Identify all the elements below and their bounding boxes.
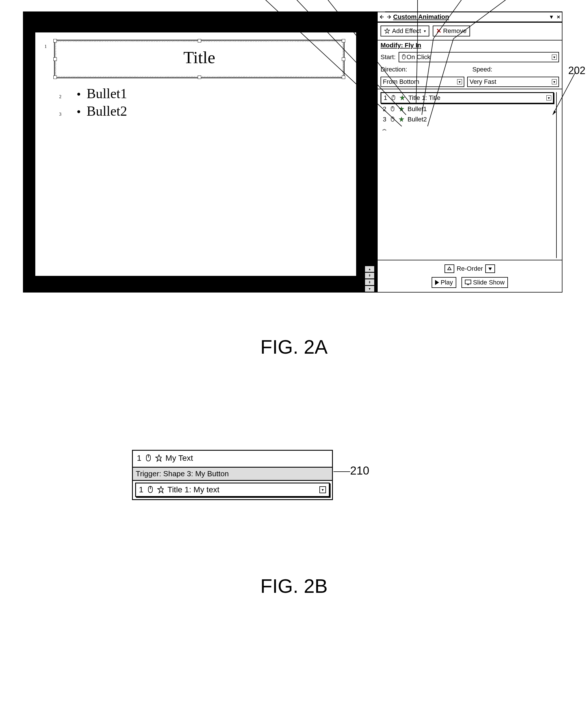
remove-button[interactable]: ✕ Remove bbox=[433, 25, 470, 37]
effect-star-icon bbox=[399, 95, 405, 101]
svg-rect-23 bbox=[465, 280, 471, 284]
animation-seq: 1 bbox=[383, 94, 388, 102]
effect-star-icon bbox=[157, 487, 164, 493]
start-combo[interactable]: On Click ▾ bbox=[399, 52, 559, 62]
svg-marker-26 bbox=[155, 455, 162, 461]
start-value: On Click bbox=[407, 54, 430, 61]
callout-202-arrow bbox=[553, 69, 587, 126]
callout-210-line bbox=[333, 471, 350, 472]
mouse-icon bbox=[146, 455, 151, 462]
bullet-text[interactable]: Bullet1 bbox=[87, 86, 127, 101]
direction-speed-row: From Bottom ▾ Very Fast ▾ bbox=[378, 75, 562, 89]
dropdown-arrow-icon[interactable]: ▾ bbox=[457, 79, 462, 84]
slide-canvas[interactable]: 1 Title 2 • bbox=[35, 32, 356, 276]
animation-label: Title 1: My text bbox=[168, 485, 219, 494]
mouse-icon bbox=[401, 54, 407, 61]
figure-2a-label: FIG. 2A bbox=[23, 336, 565, 358]
bullet-row: 2 • Bullet1 bbox=[58, 86, 345, 101]
scroll-double-up-button[interactable]: ⇞ bbox=[365, 272, 375, 279]
scroll-down-button[interactable]: ▾ bbox=[365, 286, 375, 292]
item-dropdown-icon[interactable]: ▾ bbox=[546, 95, 551, 101]
item-dropdown-icon[interactable]: ▾ bbox=[319, 486, 326, 493]
bullet-seq-tag: 3 bbox=[58, 112, 62, 117]
bullet-dot-icon: • bbox=[77, 91, 81, 98]
direction-label: Direction: bbox=[380, 66, 461, 73]
title-text[interactable]: Title bbox=[183, 48, 215, 67]
animation-seq: 2 bbox=[382, 105, 387, 113]
speed-combo[interactable]: Very Fast ▾ bbox=[467, 77, 559, 87]
animation-label: My Text bbox=[166, 454, 193, 463]
animation-list: 1 Title 1: Title ▾ 2 bbox=[378, 89, 562, 261]
svg-line-9 bbox=[553, 72, 576, 115]
scroll-up-button[interactable]: ▴ bbox=[365, 266, 375, 272]
mouse-icon bbox=[147, 486, 153, 493]
slideshow-label: Slide Show bbox=[473, 279, 504, 286]
effect-buttons-row: Add Effect ✕ Remove bbox=[378, 22, 562, 40]
slide-editor-area: 1 Title 2 • bbox=[23, 12, 377, 292]
custom-animation-pane: Custom Animation ▾ × Add Effect ✕ Remove bbox=[377, 12, 562, 292]
modify-section-label: Modify: Fly In bbox=[378, 40, 562, 50]
figure-2b: 1 My Text Trigger: Shape 3: My Button 1 … bbox=[132, 450, 413, 500]
reorder-down-button[interactable] bbox=[485, 264, 495, 273]
bullet-text[interactable]: Bullet2 bbox=[87, 103, 127, 119]
forward-icon[interactable] bbox=[386, 14, 392, 20]
title-seq-tag: 1 bbox=[44, 44, 47, 49]
reorder-row: Re-Order bbox=[378, 261, 562, 275]
callout-layer: 208 206 204 204a 206a 208a bbox=[23, 0, 565, 12]
effect-star-icon bbox=[398, 116, 405, 123]
main-window: ▴ 1 Title bbox=[23, 12, 563, 292]
dropdown-arrow-icon[interactable]: ▾ bbox=[552, 55, 557, 60]
callout-210: 210 bbox=[350, 464, 369, 477]
svg-marker-19 bbox=[399, 106, 404, 111]
remove-x-icon: ✕ bbox=[436, 27, 441, 35]
animation-label: Bullet1 bbox=[407, 105, 427, 113]
svg-marker-11 bbox=[384, 28, 390, 33]
animation-seq: 3 bbox=[382, 116, 387, 123]
trigger-header: Trigger: Shape 3: My Button bbox=[133, 467, 332, 480]
play-label: Play bbox=[441, 279, 453, 286]
play-button[interactable]: Play bbox=[432, 277, 457, 288]
collapse-chevron-icon[interactable]: ︽ bbox=[382, 126, 556, 132]
reorder-label: Re-Order bbox=[457, 265, 483, 272]
speed-value: Very Fast bbox=[469, 78, 496, 86]
pane-menu-dropdown-icon[interactable]: ▾ bbox=[549, 14, 554, 20]
animation-item-mytext[interactable]: 1 My Text bbox=[133, 451, 332, 467]
mouse-icon bbox=[391, 95, 396, 101]
animation-item-bullet2[interactable]: 3 Bullet2 bbox=[380, 115, 554, 124]
bullet-seq-tag: 2 bbox=[58, 94, 62, 99]
bullet-row: 3 • Bullet2 bbox=[58, 103, 345, 119]
mouse-icon bbox=[390, 106, 396, 112]
scroll-double-down-button[interactable]: ⇟ bbox=[365, 279, 375, 285]
bullet-dot-icon: • bbox=[77, 108, 81, 116]
animation-item-bullet1[interactable]: 2 Bullet1 bbox=[380, 104, 554, 114]
svg-marker-16 bbox=[400, 95, 405, 100]
pane-header: Custom Animation ▾ × bbox=[378, 12, 562, 22]
direction-value: From Bottom bbox=[383, 78, 419, 86]
figure-2a: 208 206 204 204a 206a 208a 202 ▴ 1 bbox=[23, 12, 565, 292]
back-icon[interactable] bbox=[379, 14, 384, 20]
svg-marker-22 bbox=[399, 117, 404, 122]
mouse-icon bbox=[390, 116, 396, 123]
effect-star-icon bbox=[398, 106, 405, 112]
animation-seq: 1 bbox=[139, 485, 144, 494]
animation-list-detail: 1 My Text Trigger: Shape 3: My Button 1 … bbox=[132, 450, 333, 500]
slideshow-button[interactable]: Slide Show bbox=[461, 277, 508, 288]
direction-speed-labels-row: Direction: Speed: bbox=[378, 64, 562, 75]
direction-combo[interactable]: From Bottom ▾ bbox=[380, 77, 464, 87]
reorder-up-button[interactable] bbox=[444, 264, 454, 273]
remove-label: Remove bbox=[443, 27, 467, 35]
close-icon[interactable]: × bbox=[557, 14, 560, 20]
content-placeholder[interactable]: 2 • Bullet1 3 • Bullet2 bbox=[58, 86, 345, 119]
animation-item-title[interactable]: 1 Title 1: Title ▾ bbox=[380, 92, 554, 104]
animation-item-title-mytext[interactable]: 1 Title 1: My text ▾ bbox=[135, 482, 330, 497]
title-placeholder[interactable]: Title bbox=[54, 40, 345, 78]
svg-marker-29 bbox=[158, 486, 164, 493]
star-icon bbox=[384, 28, 390, 34]
add-effect-button[interactable]: Add Effect bbox=[380, 25, 429, 37]
start-row: Start: On Click ▾ bbox=[378, 50, 562, 64]
add-effect-label: Add Effect bbox=[392, 27, 421, 35]
figure-2b-label: FIG. 2B bbox=[23, 575, 565, 597]
pane-title: Custom Animation bbox=[393, 13, 547, 21]
animation-seq: 1 bbox=[137, 454, 142, 463]
animation-label: Bullet2 bbox=[407, 116, 427, 123]
